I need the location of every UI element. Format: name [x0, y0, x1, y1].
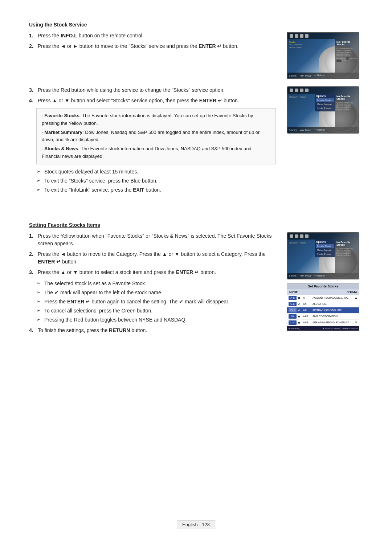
company-2: ALCOA INC. [313, 303, 358, 305]
step-2-text: Press the ◄ or ► button to move to the "… [38, 42, 238, 50]
section1: Using the Stock Service 1. Press the INF… [29, 22, 363, 197]
nav-return-2: ↩ Return [314, 128, 325, 131]
options-panel-2: Options Favorite Stocks Market Summary S… [315, 240, 335, 257]
arrow-icon-2: ➣ [36, 177, 42, 185]
toolbar-icon-3 [300, 34, 303, 38]
screen-bg-3: Options Favorite Stocks Market Summary S… [287, 233, 359, 279]
screen-toolbar-2 [287, 87, 359, 94]
toolbar-icon-5 [290, 89, 293, 92]
toolbar-icon-2 [295, 34, 298, 38]
s2-arrow-1: ➣ The selected stock is set as a Favorit… [36, 280, 276, 287]
section2: Setting Favorite Stocks Items 1. Press t… [29, 222, 363, 338]
s2-arrow-icon-3: ➣ [36, 298, 42, 306]
toolbar-icon-1 [290, 34, 293, 38]
section1-content-2: 3. Press the Red button while using the … [29, 86, 276, 197]
screen-bg-1: No Favorite Stocks Quotes delayed at lea… [287, 33, 359, 78]
cat-badge-4: I-K [289, 314, 297, 319]
nav-stocks-3: Stocks [289, 274, 297, 277]
s2-arrow-4: ➣ To cancel all selections, press the Gr… [36, 307, 276, 315]
step-3: 3. Press the Red button while using the … [29, 86, 276, 94]
options-panel: Options Favorite Stocks Market Summary S… [315, 94, 335, 111]
step-1: 1. Press the INFO.L button on the remote… [29, 32, 276, 40]
arrow-item-1: ➣ Stock quotes delayed at least 15 minut… [36, 168, 276, 176]
info-box: · Favorite Stocks: The Favorite stock in… [36, 108, 276, 164]
s2-step-3-num: 3. [29, 269, 36, 276]
ticker-1: A [303, 296, 311, 299]
s2-arrow-text-3: Press the ENTER ↵ button again to cancel… [44, 298, 229, 306]
screen-nav-2: Stocks ◄► Move ↩ Return [287, 127, 359, 133]
table-row-2: C-E ✔ AA ALCOA INC. [287, 301, 359, 307]
section1-image2-container: Options Favorite Stocks Market Summary S… [287, 86, 363, 137]
section1-heading: Using the Stock Service [29, 22, 363, 28]
screen-toolbar-1 [287, 33, 359, 39]
check-1: ■ [298, 296, 302, 300]
s2-step-1-num: 1. [29, 232, 36, 248]
steps-list-2: 3. Press the Red button while using the … [29, 86, 276, 105]
page-footer: English - 128 [177, 520, 215, 529]
stocks-table: Set Favorite Stocks NYSE 3/1844 A-B ■ A … [287, 283, 359, 331]
toolbar-icon-6 [295, 89, 298, 92]
opt2-favorite: Favorite Stocks [316, 244, 334, 248]
screen-bg-2: Options Favorite Stocks Market Summary S… [287, 87, 359, 133]
scroll-arrow-down: ▼ [355, 321, 358, 324]
toolbar-icon-8 [305, 89, 309, 92]
screen-mockup-1: No Favorite Stocks Quotes delayed at lea… [287, 32, 359, 79]
cat-badge-2: C-E [289, 302, 297, 306]
cat-badge-1: A-B [289, 296, 297, 300]
step-4: 4. Press ▲ or ▼ button and select "Stock… [29, 97, 276, 105]
toolbar-icon-11 [300, 234, 303, 238]
side-panel-3: No Favorite Stocks Quotes delayed at lea… [335, 240, 359, 273]
steps-list-1: 1. Press the INFO.L button on the remote… [29, 32, 276, 50]
s2-step-3-text: Press the ▲ or ▼ button to select a stoc… [38, 269, 216, 276]
side-panel-2: No Favorite Stocks Quotes delayed at lea… [335, 94, 359, 127]
arrow-text-1: Stock quotes delayed at least 15 minutes… [44, 168, 138, 176]
cat-badge-3: F-H [289, 308, 297, 312]
s2-step-1: 1. Press the Yellow button when "Favorit… [29, 232, 276, 248]
s2-step-2-num: 2. [29, 250, 36, 266]
screen-label-3: ⊡ Select ↩ Return [289, 241, 306, 245]
arrow-text-3: To exit the "InfoLink" service, press th… [44, 186, 161, 194]
company-3: AIRTRAN HOLDING, INC [313, 309, 358, 311]
nav-move: ◄► Move [299, 74, 311, 77]
ticker-2: AA [303, 303, 311, 305]
opt2-market: Market Summary [316, 248, 334, 252]
nav-stocks: Stocks [289, 74, 297, 77]
page: Using the Stock Service 1. Press the INF… [0, 0, 392, 540]
s2-arrow-5: ➣ Pressing the Red button toggles betwee… [36, 316, 276, 324]
nav-return-3: ↩ Return [314, 274, 325, 277]
s2-step-4-num: 4. [29, 327, 36, 334]
nav-stocks-2: Stocks [289, 129, 297, 131]
s2-arrow-icon-4: ➣ [36, 307, 42, 315]
arrow-list-1: ➣ Stock quotes delayed at least 15 minut… [36, 168, 276, 194]
section1-image1-container: No Favorite Stocks Quotes delayed at lea… [287, 32, 363, 83]
s2-arrow-icon-5: ➣ [36, 316, 42, 324]
nav-return: ↩ Return [314, 74, 325, 77]
step-2: 2. Press the ◄ or ► button to move to th… [29, 42, 276, 50]
nyse-label: NYSE [289, 290, 298, 294]
table-title: Set Favorite Stocks [287, 283, 359, 289]
s2-arrow-icon-1: ➣ [36, 280, 42, 287]
toolbar-icon-12 [305, 234, 309, 238]
screen-mockup-3: Options Favorite Stocks Market Summary S… [287, 232, 359, 279]
table-header: NYSE 3/1844 [287, 289, 359, 295]
s2-arrow-text-5: Pressing the Red button toggles between … [44, 316, 187, 324]
step-4-num: 4. [29, 97, 36, 105]
section1-content: 1. Press the INFO.L button on the remote… [29, 32, 276, 54]
nav-move-2: ◄► Move [299, 129, 311, 131]
side-panel-1: No Favorite Stocks Quotes delayed at lea… [335, 39, 359, 73]
s2-step-4: 4. To finish the settings, press the RET… [29, 327, 276, 334]
step-1-num: 1. [29, 32, 36, 40]
s2-arrow-text-1: The selected stock is set as a Favorite … [44, 280, 146, 287]
check-3: ✔ [298, 308, 302, 312]
section2-images: Options Favorite Stocks Market Summary S… [287, 232, 363, 331]
step-3-num: 3. [29, 86, 36, 94]
table-row-3: F-H ✔ AAI AIRTRAN HOLDING, INC [287, 307, 359, 314]
s2-arrow-3: ➣ Press the ENTER ↵ button again to canc… [36, 298, 276, 306]
page-count: 3/1844 [347, 290, 357, 294]
screen-label-1: Stocks No Cash Front Stocks & Data [289, 41, 302, 49]
arrow-item-3: ➣ To exit the "InfoLink" service, press … [36, 186, 276, 194]
screen-toolbar-3 [287, 233, 359, 240]
info-item-favorite: · Favorite Stocks: The Favorite stock in… [42, 112, 270, 127]
ticker-3: AAI [303, 309, 311, 311]
opt-market: Market Summary [316, 102, 334, 106]
